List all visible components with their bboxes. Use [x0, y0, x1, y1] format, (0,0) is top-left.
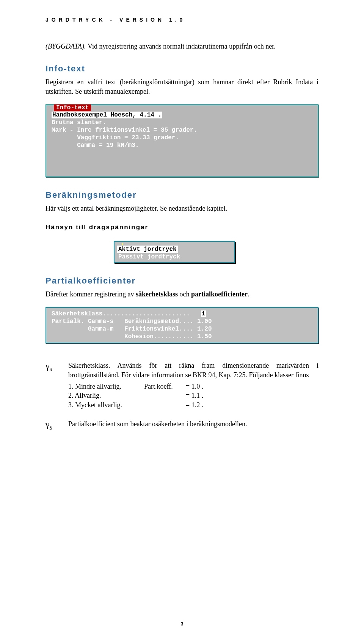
- tension-heading: Hänsyn till dragspänningar: [46, 224, 318, 231]
- methods-para: Här väljs ett antal beräkningsmöjlighete…: [46, 204, 318, 213]
- gamma-s-text: Partialkoefficient som beaktar osäkerhet…: [68, 419, 247, 428]
- pline1-v: 1.00: [197, 318, 212, 325]
- menu-item-active[interactable]: Aktivt jordtryck: [117, 246, 178, 253]
- info-terminal-title: Info-text: [54, 104, 91, 111]
- page: JORDTRYCK - VERSION 1.0 (BYGGDATA). Vid …: [0, 0, 364, 638]
- gamma-n-text: Säkerhetsklass. Används för att räkna fr…: [68, 362, 318, 378]
- pline0-d: ........................: [102, 310, 190, 317]
- intro-para: (BYGGDATA). Vid nyregistrering används n…: [46, 42, 318, 51]
- gamma-s-symbol: γS: [46, 419, 68, 431]
- pline0-v: 1: [201, 310, 206, 317]
- coeff-2-c2: [144, 400, 186, 410]
- coeff-2-c1: 3. Mycket allvarlig.: [68, 400, 144, 410]
- intro-prefix: (BYGGDATA).: [46, 43, 88, 50]
- coeff-1-c1: 2. Allvarlig.: [68, 391, 144, 400]
- menu-marker-icon: [122, 243, 123, 245]
- pline1-l: Partialk. Gamma-s Beräkningsmetod: [52, 318, 179, 325]
- partial-para-prefix: Därefter kommer registrering av: [46, 290, 136, 298]
- info-para: Registrera en valfri text (beräkningsför…: [46, 77, 318, 96]
- info-terminal-line-2: Mark - Inre friktionsvinkel = 35 grader.: [52, 126, 312, 134]
- pline2-v: 1.20: [197, 326, 212, 332]
- coeff-0-c2: Part.koeff.: [144, 382, 186, 391]
- coeff-0-c3: = 1.0 .: [186, 382, 212, 391]
- coeff-table: 1. Mindre allvarlig. Part.koeff. = 1.0 .…: [68, 382, 318, 410]
- gamma-n-symbol: γn: [46, 361, 68, 373]
- pline3-v: 1.50: [197, 333, 212, 340]
- pline1-d: ....: [179, 318, 193, 325]
- coeff-2-c3: = 1.2 .: [186, 400, 212, 410]
- info-terminal-line-0: Handboksexempel Hoesch, 4.14 .: [52, 112, 162, 118]
- partial-para-suffix: .: [248, 290, 249, 298]
- info-terminal-line-3: Väggfriktion = 23.33 grader.: [52, 134, 312, 142]
- gamma-n-row: γn Säkerhetsklass. Används för att räkna…: [46, 361, 318, 409]
- page-header: JORDTRYCK - VERSION 1.0: [46, 17, 318, 23]
- pline2-l: Gamma-m Friktionsvinkel: [52, 326, 179, 332]
- pline0-l: Säkerhetsklass: [52, 310, 102, 317]
- coeff-row-0: 1. Mindre allvarlig. Part.koeff. = 1.0 .: [68, 382, 318, 391]
- page-footer: 3: [0, 618, 364, 627]
- info-terminal-line-4: Gamma = 19 kN/m3.: [52, 142, 312, 149]
- info-heading: Info-text: [46, 64, 318, 74]
- partial-heading: Partialkoefficienter: [46, 276, 318, 286]
- coeff-1-c2: [144, 391, 186, 400]
- page-number: 3: [181, 621, 184, 627]
- intro-rest: Vid nyregistrering används normalt indat…: [88, 43, 276, 50]
- partial-para-b1: säkerhetsklass: [136, 290, 178, 298]
- tension-menu: Aktivt jordtryck Passivt jordtryck: [46, 241, 318, 263]
- coeff-row-1: 2. Allvarlig. = 1.1 .: [68, 391, 318, 400]
- coeff-1-c3: = 1.1 .: [186, 391, 212, 400]
- pline3-d: ...........: [154, 333, 194, 340]
- coeff-0-c1: 1. Mindre allvarlig.: [68, 382, 144, 391]
- partial-para-b2: partialkoefficienter: [191, 290, 248, 298]
- methods-heading: Beräkningsmetoder: [46, 190, 318, 200]
- gamma-s-row: γS Partialkoefficient som beaktar osäker…: [46, 419, 318, 431]
- coeff-row-2: 3. Mycket allvarlig. = 1.2 .: [68, 400, 318, 410]
- pline2-d: ....: [179, 326, 193, 332]
- partial-para: Därefter kommer registrering av säkerhet…: [46, 290, 318, 299]
- partial-terminal: Säkerhetsklass........................ 1…: [46, 307, 318, 343]
- footer-divider: [46, 618, 318, 618]
- info-terminal-line-1: Brutna slänter.: [52, 119, 312, 126]
- menu-item-passive[interactable]: Passivt jordtryck: [117, 253, 182, 261]
- info-terminal: Info-text Handboksexempel Hoesch, 4.14 .…: [46, 104, 318, 177]
- pline3-l: Kohesion: [52, 333, 154, 340]
- partial-para-mid: och: [178, 290, 191, 298]
